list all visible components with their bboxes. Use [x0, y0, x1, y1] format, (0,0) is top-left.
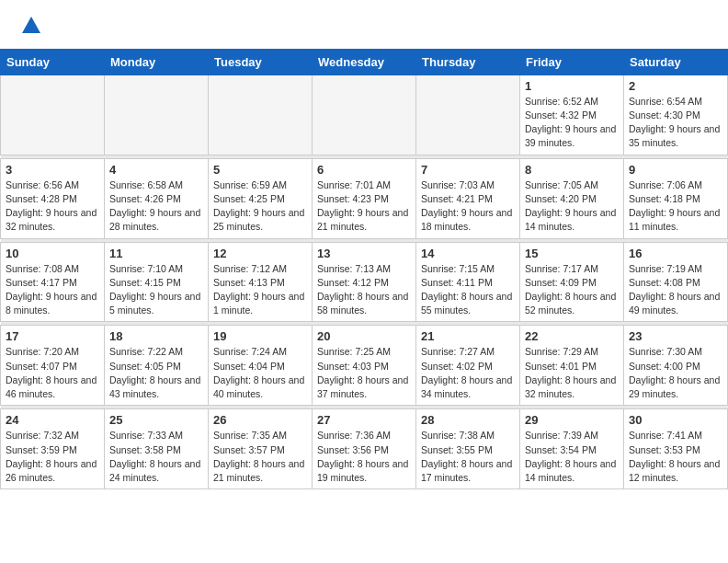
day-info: Sunrise: 7:32 AM Sunset: 3:59 PM Dayligh…: [6, 429, 99, 485]
day-number: 6: [317, 163, 411, 177]
calendar-cell: 7Sunrise: 7:03 AM Sunset: 4:21 PM Daylig…: [416, 158, 520, 238]
calendar-cell: [105, 75, 209, 155]
day-number: 5: [213, 163, 307, 177]
day-number: 15: [525, 247, 619, 260]
calendar-cell: 16Sunrise: 7:19 AM Sunset: 4:08 PM Dayli…: [624, 242, 728, 322]
calendar-cell: 28Sunrise: 7:38 AM Sunset: 3:55 PM Dayli…: [416, 409, 520, 489]
day-number: 26: [213, 413, 307, 427]
calendar-table: SundayMondayTuesdayWednesdayThursdayFrid…: [0, 49, 728, 489]
calendar-cell: [313, 75, 416, 155]
day-number: 3: [6, 163, 99, 177]
calendar-cell: 1Sunrise: 6:52 AM Sunset: 4:32 PM Daylig…: [520, 75, 624, 155]
day-info: Sunrise: 7:36 AM Sunset: 3:56 PM Dayligh…: [317, 429, 411, 485]
calendar-cell: 25Sunrise: 7:33 AM Sunset: 3:58 PM Dayli…: [105, 409, 209, 489]
day-info: Sunrise: 7:15 AM Sunset: 4:11 PM Dayligh…: [421, 262, 515, 318]
day-number: 19: [213, 329, 307, 343]
day-number: 30: [629, 413, 722, 427]
day-info: Sunrise: 7:39 AM Sunset: 3:54 PM Dayligh…: [525, 429, 619, 485]
day-number: 14: [421, 247, 515, 260]
day-info: Sunrise: 7:17 AM Sunset: 4:09 PM Dayligh…: [525, 262, 619, 318]
day-number: 8: [525, 163, 619, 177]
weekday-header-sunday: Sunday: [1, 49, 105, 75]
week-row-5: 24Sunrise: 7:32 AM Sunset: 3:59 PM Dayli…: [1, 409, 728, 489]
day-info: Sunrise: 7:27 AM Sunset: 4:02 PM Dayligh…: [421, 345, 515, 401]
weekday-header-monday: Monday: [105, 49, 209, 75]
day-info: Sunrise: 7:38 AM Sunset: 3:55 PM Dayligh…: [421, 429, 515, 485]
day-number: 27: [317, 413, 411, 427]
day-info: Sunrise: 7:03 AM Sunset: 4:21 PM Dayligh…: [421, 178, 515, 235]
weekday-header-tuesday: Tuesday: [209, 49, 313, 75]
day-info: Sunrise: 6:54 AM Sunset: 4:30 PM Dayligh…: [629, 95, 722, 151]
calendar-cell: 14Sunrise: 7:15 AM Sunset: 4:11 PM Dayli…: [416, 242, 520, 322]
day-info: Sunrise: 7:06 AM Sunset: 4:18 PM Dayligh…: [629, 178, 722, 235]
calendar-cell: 30Sunrise: 7:41 AM Sunset: 3:53 PM Dayli…: [624, 409, 728, 489]
day-info: Sunrise: 7:05 AM Sunset: 4:20 PM Dayligh…: [525, 178, 619, 235]
svg-marker-0: [22, 17, 40, 33]
calendar-cell: 17Sunrise: 7:20 AM Sunset: 4:07 PM Dayli…: [1, 326, 105, 406]
calendar-cell: 22Sunrise: 7:29 AM Sunset: 4:01 PM Dayli…: [520, 326, 624, 406]
weekday-header-row: SundayMondayTuesdayWednesdayThursdayFrid…: [1, 49, 728, 75]
day-info: Sunrise: 7:12 AM Sunset: 4:13 PM Dayligh…: [213, 262, 307, 318]
day-info: Sunrise: 7:29 AM Sunset: 4:01 PM Dayligh…: [525, 345, 619, 401]
day-number: 4: [109, 163, 203, 177]
day-info: Sunrise: 7:22 AM Sunset: 4:05 PM Dayligh…: [109, 345, 203, 401]
calendar-cell: 2Sunrise: 6:54 AM Sunset: 4:30 PM Daylig…: [624, 75, 728, 155]
calendar-cell: 24Sunrise: 7:32 AM Sunset: 3:59 PM Dayli…: [1, 409, 105, 489]
day-info: Sunrise: 7:24 AM Sunset: 4:04 PM Dayligh…: [213, 345, 307, 401]
day-number: 10: [6, 247, 99, 260]
calendar-cell: 29Sunrise: 7:39 AM Sunset: 3:54 PM Dayli…: [520, 409, 624, 489]
day-info: Sunrise: 6:56 AM Sunset: 4:28 PM Dayligh…: [6, 178, 99, 235]
day-info: Sunrise: 6:59 AM Sunset: 4:25 PM Dayligh…: [213, 178, 307, 235]
day-info: Sunrise: 7:30 AM Sunset: 4:00 PM Dayligh…: [629, 345, 722, 401]
calendar-cell: [1, 75, 105, 155]
week-row-4: 17Sunrise: 7:20 AM Sunset: 4:07 PM Dayli…: [1, 326, 728, 406]
calendar-cell: 3Sunrise: 6:56 AM Sunset: 4:28 PM Daylig…: [1, 158, 105, 238]
day-info: Sunrise: 7:25 AM Sunset: 4:03 PM Dayligh…: [317, 345, 411, 401]
day-number: 7: [421, 163, 515, 177]
day-number: 25: [109, 413, 203, 427]
calendar-cell: [209, 75, 313, 155]
logo: [18, 15, 42, 41]
weekday-header-wednesday: Wednesday: [313, 49, 416, 75]
calendar-cell: 12Sunrise: 7:12 AM Sunset: 4:13 PM Dayli…: [209, 242, 313, 322]
day-info: Sunrise: 7:41 AM Sunset: 3:53 PM Dayligh…: [629, 429, 722, 485]
calendar-cell: 10Sunrise: 7:08 AM Sunset: 4:17 PM Dayli…: [1, 242, 105, 322]
calendar-cell: 19Sunrise: 7:24 AM Sunset: 4:04 PM Dayli…: [209, 326, 313, 406]
day-info: Sunrise: 7:01 AM Sunset: 4:23 PM Dayligh…: [317, 178, 411, 235]
day-info: Sunrise: 7:35 AM Sunset: 3:57 PM Dayligh…: [213, 429, 307, 485]
weekday-header-friday: Friday: [520, 49, 624, 75]
weekday-header-thursday: Thursday: [416, 49, 520, 75]
day-number: 13: [317, 247, 411, 260]
calendar-cell: [416, 75, 520, 155]
day-number: 12: [213, 247, 307, 260]
day-number: 23: [629, 329, 722, 343]
calendar-cell: 4Sunrise: 6:58 AM Sunset: 4:26 PM Daylig…: [105, 158, 209, 238]
day-number: 18: [109, 329, 203, 343]
day-number: 2: [629, 79, 722, 93]
week-row-1: 1Sunrise: 6:52 AM Sunset: 4:32 PM Daylig…: [1, 75, 728, 155]
day-info: Sunrise: 6:52 AM Sunset: 4:32 PM Dayligh…: [525, 95, 619, 151]
day-info: Sunrise: 7:08 AM Sunset: 4:17 PM Dayligh…: [6, 262, 99, 318]
day-number: 11: [109, 247, 203, 260]
day-number: 20: [317, 329, 411, 343]
calendar-cell: 11Sunrise: 7:10 AM Sunset: 4:15 PM Dayli…: [105, 242, 209, 322]
calendar-cell: 21Sunrise: 7:27 AM Sunset: 4:02 PM Dayli…: [416, 326, 520, 406]
day-number: 22: [525, 329, 619, 343]
week-row-3: 10Sunrise: 7:08 AM Sunset: 4:17 PM Dayli…: [1, 242, 728, 322]
day-number: 24: [6, 413, 99, 427]
calendar-cell: 13Sunrise: 7:13 AM Sunset: 4:12 PM Dayli…: [313, 242, 416, 322]
week-row-2: 3Sunrise: 6:56 AM Sunset: 4:28 PM Daylig…: [1, 158, 728, 238]
calendar-cell: 15Sunrise: 7:17 AM Sunset: 4:09 PM Dayli…: [520, 242, 624, 322]
day-number: 9: [629, 163, 722, 177]
calendar-cell: 20Sunrise: 7:25 AM Sunset: 4:03 PM Dayli…: [313, 326, 416, 406]
weekday-header-saturday: Saturday: [624, 49, 728, 75]
calendar-cell: 6Sunrise: 7:01 AM Sunset: 4:23 PM Daylig…: [313, 158, 416, 238]
day-info: Sunrise: 7:13 AM Sunset: 4:12 PM Dayligh…: [317, 262, 411, 318]
day-number: 21: [421, 329, 515, 343]
day-number: 16: [629, 247, 722, 260]
calendar-cell: 8Sunrise: 7:05 AM Sunset: 4:20 PM Daylig…: [520, 158, 624, 238]
calendar-cell: 5Sunrise: 6:59 AM Sunset: 4:25 PM Daylig…: [209, 158, 313, 238]
calendar-cell: 23Sunrise: 7:30 AM Sunset: 4:00 PM Dayli…: [624, 326, 728, 406]
day-number: 28: [421, 413, 515, 427]
calendar-cell: 26Sunrise: 7:35 AM Sunset: 3:57 PM Dayli…: [209, 409, 313, 489]
